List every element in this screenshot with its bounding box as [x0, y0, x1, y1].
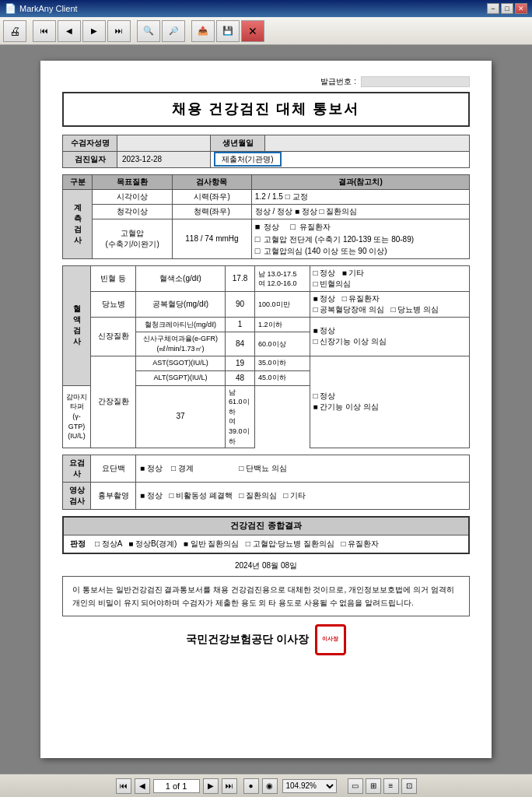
title-bar: 📄 MarkAny Client − □ ✕: [0, 0, 532, 17]
blood-test-table: 혈액검사 빈혈 등 혈색소(g/dℓ) 17.8 남 13.0-17.5 여 1…: [62, 265, 470, 448]
minimize-button[interactable]: −: [487, 3, 499, 14]
status-stop-button[interactable]: ◉: [262, 778, 278, 794]
disease-liver: 간장질환: [91, 356, 136, 448]
view-scroll-icon[interactable]: ≡: [383, 778, 399, 794]
main-area: 발급번호 : 채용 건강검진 대체 통보서 수검자성명 생년월일 검진일자 20…: [0, 45, 532, 774]
label-chest: 흉부촬영: [91, 483, 136, 510]
blood-category: 혈액검사: [63, 266, 91, 385]
check-liver: □ 정상 ■ 간기능 이상 의심: [310, 356, 470, 448]
check-blood-sugar: ■ 정상 □ 유질환자 □ 공복혈당장애 의심 □ 당뇨병 의심: [310, 292, 470, 318]
physical-exam-table: 구분 목표질환 검사항목 결과(참고치) 계측검사 시각이상 시력(좌우) 1.…: [62, 174, 470, 259]
label-protein: 요단백: [91, 455, 136, 483]
disease-kidney: 신장질환: [91, 318, 136, 356]
close-doc-button[interactable]: ✕: [241, 20, 264, 42]
exam-bp: 118 / 74 mmHg: [173, 219, 252, 259]
last-page-button[interactable]: ⏭: [107, 20, 131, 42]
view-single-icon[interactable]: ▭: [348, 778, 363, 794]
print-button[interactable]: 🖨: [3, 20, 26, 42]
patient-name-value: [117, 135, 211, 152]
result-bp: ■ 정상 □ 유질환자 □ 고혈압 전단계 (수축기 120-139 또는 80…: [251, 219, 469, 259]
view-icons: ▭ ⊞ ≡ ⊡: [348, 778, 417, 794]
exam-hemoglobin: 혈색소(g/dℓ): [136, 266, 226, 292]
val-creatinine: 1: [226, 318, 255, 332]
exam-hearing: 청력(좌우): [173, 205, 252, 219]
exam-vision: 시력(좌우): [173, 190, 252, 205]
page-input[interactable]: [153, 779, 200, 793]
birthdate-label: 생년월일: [211, 135, 265, 152]
result-vision: 1.2 / 1.5 □ 교정: [251, 190, 469, 205]
status-first-button[interactable]: ⏮: [116, 778, 131, 794]
ref-value-box: [361, 76, 470, 87]
ref-gfr: 60.0이상: [255, 332, 310, 356]
document-title: 채용 건강검진 대체 통보서: [62, 92, 470, 127]
exam-gfr: 신사구체여과율(e-GFR)(㎖/min/1.73㎡): [136, 332, 226, 356]
status-last-button[interactable]: ⏭: [222, 778, 237, 794]
check-kidney: ■ 정상 □ 신장기능 이상 의심: [310, 318, 470, 356]
exam-blood-sugar: 공복혈당(mg/dℓ): [136, 292, 226, 318]
judgment-label: 판정: [70, 539, 86, 549]
maximize-button[interactable]: □: [501, 3, 513, 14]
header-target: 목표질환: [93, 175, 173, 190]
val-hemoglobin: 17.8: [226, 266, 255, 292]
ref-label: 발급번호 :: [320, 76, 356, 87]
official-stamp: 이사장: [315, 624, 346, 655]
document: 발급번호 : 채용 건강검진 대체 통보서 수검자성명 생년월일 검진일자 20…: [40, 61, 492, 758]
zoom-out-button[interactable]: 🔎: [162, 20, 185, 42]
imaging-table: 요검사 요단백 ■ 정상 □ 경계 □ 단백뇨 의심 영상검사 흉부촬영 ■ 정…: [62, 455, 470, 510]
notice-box: 이 통보서는 일반건강검진 결과통보서를 채용 건강검진용으로 대체한 것이므로…: [62, 576, 470, 616]
statusbar: ⏮ ◀ ▶ ⏭ ● ◉ 104.92% 75% 100% 125% 150% ▭…: [0, 774, 532, 797]
notice-text: 이 통보서는 일반건강검진 결과통보서를 채용 건강검진용으로 대체한 것이므로…: [72, 583, 460, 609]
status-next-button[interactable]: ▶: [203, 778, 219, 794]
exam-date-label: 검진일자: [63, 152, 117, 168]
target-hearing: 청각이상: [93, 205, 173, 219]
close-window-button[interactable]: ✕: [515, 3, 527, 14]
org-name: 국민건강보험공단 이사장: [186, 632, 309, 648]
exam-ggt: 감마지타퍼(γ-GTP)(IU/L): [63, 385, 91, 448]
issue-date: 2024년 08월 08일: [62, 560, 470, 571]
ref-ast: 35.0이하: [255, 356, 310, 370]
patient-name-label: 수검자성명: [63, 135, 117, 152]
prev-page-button[interactable]: ◀: [58, 20, 81, 42]
disease-diabetes: 당뇨병: [91, 292, 136, 318]
val-alt: 48: [226, 370, 255, 385]
exam-date-value: 2023-12-28: [117, 152, 211, 168]
submit-box: 제출처(기관명): [214, 152, 282, 167]
exam-ast: AST(SGOT)(IU/L): [136, 356, 226, 370]
ref-creatinine: 1.2이하: [255, 318, 310, 332]
nav-controls: ⏮ ◀ ▶ ⏭ ● ◉: [116, 778, 278, 794]
app-icon: 📄: [5, 3, 16, 14]
view-grid-icon[interactable]: ⊞: [366, 778, 381, 794]
target-vision: 시각이상: [93, 190, 173, 205]
val-ggt: 37: [136, 385, 226, 448]
export-button[interactable]: 📤: [191, 20, 215, 42]
save-button[interactable]: 💾: [216, 20, 240, 42]
patient-info-table: 수검자성명 생년월일 검진일자 2023-12-28 제출처(기관명): [62, 135, 470, 168]
result-hemoglobin: 남 13.0-17.5 여 12.0-16.0: [255, 266, 310, 292]
zoom-in-button[interactable]: 🔍: [137, 20, 160, 42]
exam-alt: ALT(SGPT)(IU/L): [136, 370, 226, 385]
result-imaging: ■ 정상 □ 비활동성 폐결핵 □ 질환의심 □ 기타: [136, 483, 470, 510]
header-exam: 검사항목: [173, 175, 252, 190]
overall-result-section: 건강검진 종합결과 판정 □ 정상A ■ 정상B(경계) ■ 일반 질환의심 □…: [62, 516, 470, 553]
val-blood-sugar: 90: [226, 292, 255, 318]
overall-row: 판정 □ 정상A ■ 정상B(경계) ■ 일반 질환의심 □ 고혈압·당뇨병 질…: [64, 535, 468, 553]
gubun-gyecheuk: 계측검사: [63, 190, 93, 259]
ref-blood-sugar: 100.0미만: [255, 292, 310, 318]
status-play-button[interactable]: ●: [243, 778, 259, 794]
status-prev-button[interactable]: ◀: [135, 778, 150, 794]
result-hearing: 정상 / 정상 ■ 정상 □ 질환의심: [251, 205, 469, 219]
next-page-button[interactable]: ▶: [82, 20, 106, 42]
birthdate-value: [265, 135, 470, 152]
ref-alt: 45.0이하: [255, 370, 310, 385]
zoom-select[interactable]: 104.92% 75% 100% 125% 150%: [282, 779, 337, 793]
label-urine-exam: 요검사: [63, 455, 91, 483]
ref-ggt: 남 61.0이하 여 39.0이하: [226, 385, 255, 448]
target-bp: 고혈압(수축기/이완기): [93, 219, 173, 259]
first-page-button[interactable]: ⏮: [33, 20, 56, 42]
view-fit-icon[interactable]: ⊡: [401, 778, 417, 794]
org-section: 국민건강보험공단 이사장 이사장: [62, 624, 470, 655]
overall-results: □ 정상A ■ 정상B(경계) ■ 일반 질환의심 □ 고혈압·당뇨병 질환의심…: [95, 539, 379, 549]
exam-creatinine: 혈청크레아티닌(mg/dℓ): [136, 318, 226, 332]
overall-title: 건강검진 종합결과: [64, 518, 468, 535]
ref-number-row: 발급번호 :: [62, 76, 470, 87]
